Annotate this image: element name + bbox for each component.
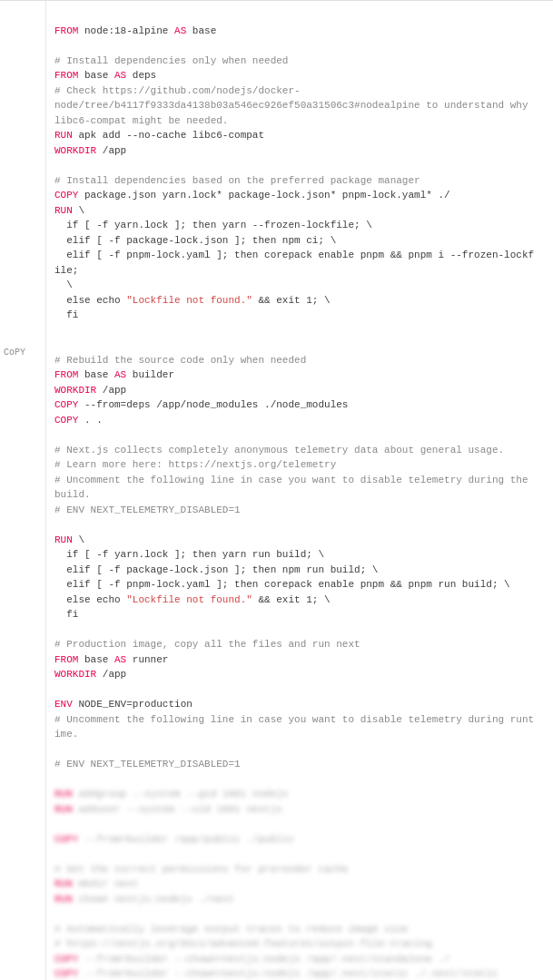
code-line: WORKDIR /app bbox=[54, 383, 538, 398]
code-line: RUN \ bbox=[54, 203, 538, 219]
code-line: else echo "Lockfile not found." && exit … bbox=[54, 593, 538, 608]
code-line bbox=[54, 742, 538, 758]
code-line: # Rebuild the source code only when need… bbox=[54, 353, 538, 368]
code-line: FROM base AS builder bbox=[54, 368, 538, 383]
code-line: FROM base AS runner bbox=[54, 652, 538, 668]
code-line: # https://nextjs.org/docs/advanced-featu… bbox=[54, 936, 538, 952]
code-line bbox=[54, 158, 538, 173]
code-block: CoPY FROM node:18-alpine AS base # Insta… bbox=[0, 1, 553, 980]
code-line: RUN addgroup --system --gid 1001 nodejs bbox=[54, 787, 538, 802]
code-line: COPY --from=builder --chown=nextjs:nodej… bbox=[54, 966, 538, 980]
code-line bbox=[54, 323, 538, 338]
code-line bbox=[54, 427, 538, 443]
code-line bbox=[54, 847, 538, 862]
code-line: elif [ -f package-lock.json ]; then npm … bbox=[54, 233, 538, 249]
code-line: elif [ -f pnpm-lock.yaml ]; then corepac… bbox=[54, 577, 538, 593]
code-line: elif [ -f pnpm-lock.yaml ]; then corepac… bbox=[54, 248, 538, 278]
code-line: # Install dependencies based on the pref… bbox=[54, 173, 538, 189]
code-line: # Learn more here: https://nextjs.org/te… bbox=[54, 457, 538, 473]
code-line: FROM base AS deps bbox=[54, 68, 538, 83]
code-line: if [ -f yarn.lock ]; then yarn run build… bbox=[54, 547, 538, 563]
code-line bbox=[54, 8, 538, 24]
code-line: # ENV NEXT_TELEMETRY_DISABLED=1 bbox=[54, 757, 538, 772]
code-line: # Uncomment the following line in case y… bbox=[54, 473, 538, 503]
code-line: # Set the correct permissions for preren… bbox=[54, 862, 538, 877]
code-line: # ENV NEXT_TELEMETRY_DISABLED=1 bbox=[54, 503, 538, 518]
code-line: fi bbox=[54, 607, 538, 622]
code-line: RUN \ bbox=[54, 533, 538, 548]
code-line: COPY . . bbox=[54, 413, 538, 428]
code-line: COPY --from=builder --chown=nextjs:nodej… bbox=[54, 952, 538, 967]
code-line: \ bbox=[54, 278, 538, 293]
code-line bbox=[54, 906, 538, 922]
copy-button[interactable]: CoPY bbox=[0, 346, 29, 359]
code-line: ENV NODE_ENV=production bbox=[54, 697, 538, 712]
code-line: # Uncomment the following line in case y… bbox=[54, 712, 538, 742]
code-line: fi bbox=[54, 308, 538, 323]
code-line: RUN adduser --system --uid 1001 nextjs bbox=[54, 802, 538, 818]
code-line bbox=[54, 682, 538, 698]
code-line: COPY package.json yarn.lock* package-loc… bbox=[54, 188, 538, 203]
line-number-divider bbox=[45, 1, 46, 980]
code-line: else echo "Lockfile not found." && exit … bbox=[54, 293, 538, 309]
code-line: WORKDIR /app bbox=[54, 667, 538, 682]
code-line bbox=[54, 517, 538, 533]
code-line: COPY --from=builder /app/public ./public bbox=[54, 832, 538, 848]
code-line: # Install dependencies only when needed bbox=[54, 54, 538, 69]
code-line: WORKDIR /app bbox=[54, 143, 538, 159]
code-line: RUN mkdir next bbox=[54, 877, 538, 892]
code-line bbox=[54, 622, 538, 638]
code-line: # Check https://github.com/nodejs/docker… bbox=[54, 83, 538, 129]
code-line bbox=[54, 817, 538, 832]
code-line: RUN chown nextjs:nodejs ./next bbox=[54, 892, 538, 907]
code-line bbox=[54, 338, 538, 353]
code-line bbox=[54, 772, 538, 788]
code-line: elif [ -f package-lock.json ]; then npm … bbox=[54, 563, 538, 578]
code-line: # Next.js collects completely anonymous … bbox=[54, 443, 538, 458]
code-line: FROM node:18-alpine AS base bbox=[54, 24, 538, 39]
code-line: RUN apk add --no-cache libc6-compat bbox=[54, 128, 538, 143]
code-line: COPY --from=deps /app/node_modules ./nod… bbox=[54, 397, 538, 413]
code-line: # Production image, copy all the files a… bbox=[54, 637, 538, 652]
code-line: if [ -f yarn.lock ]; then yarn --frozen-… bbox=[54, 218, 538, 233]
code-line bbox=[54, 38, 538, 54]
code-line: # Automatically leverage output traces t… bbox=[54, 922, 538, 937]
